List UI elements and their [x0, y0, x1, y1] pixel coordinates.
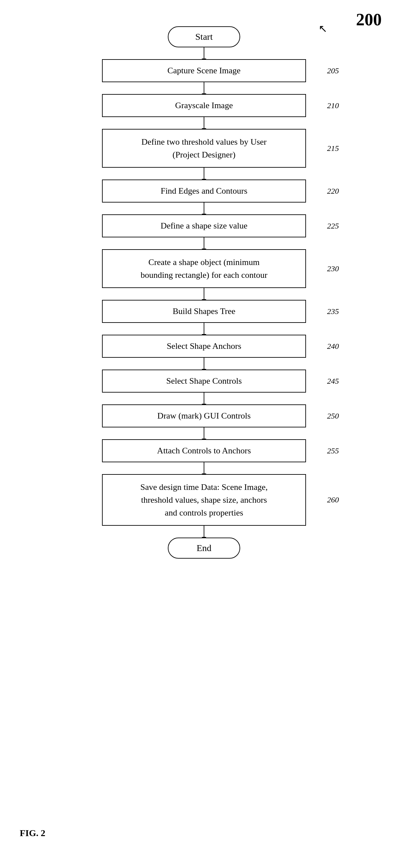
connector-2 — [204, 82, 204, 94]
connector-13 — [204, 526, 204, 537]
process-260: Save design time Data: Scene Image,thres… — [102, 474, 306, 526]
connector-5 — [204, 203, 204, 214]
step-label-210: 210 — [327, 101, 339, 110]
step-label-255: 255 — [327, 446, 339, 455]
step-row-225: Define a shape size value 225 — [0, 214, 408, 237]
connector-6 — [204, 237, 204, 249]
step-row-245: Select Shape Controls 245 — [0, 370, 408, 393]
step-label-215: 215 — [327, 144, 339, 153]
connector-1 — [204, 48, 204, 59]
process-220: Find Edges and Contours — [102, 180, 306, 203]
connector-4 — [204, 168, 204, 180]
connector-3 — [204, 117, 204, 129]
step-label-225: 225 — [327, 222, 339, 230]
step-label-205: 205 — [327, 66, 339, 75]
figure-label: FIG. 2 — [20, 828, 46, 838]
connector-11 — [204, 427, 204, 439]
end-row: End — [0, 537, 408, 559]
step-row-230: Create a shape object (minimumbounding r… — [0, 249, 408, 288]
end-node: End — [168, 537, 240, 559]
step-label-250: 250 — [327, 412, 339, 421]
step-label-220: 220 — [327, 187, 339, 196]
step-row-260: Save design time Data: Scene Image,thres… — [0, 474, 408, 526]
step-label-245: 245 — [327, 377, 339, 386]
connector-10 — [204, 393, 204, 404]
step-row-235: Build Shapes Tree 235 — [0, 300, 408, 323]
step-row-255: Attach Controls to Anchors 255 — [0, 439, 408, 462]
step-row-215: Define two threshold values by User(Proj… — [0, 129, 408, 168]
connector-9 — [204, 358, 204, 370]
process-245: Select Shape Controls — [102, 370, 306, 393]
process-230: Create a shape object (minimumbounding r… — [102, 249, 306, 288]
step-row-205: Capture Scene Image 205 — [0, 59, 408, 82]
start-row: Start — [0, 26, 408, 48]
connector-8 — [204, 323, 204, 335]
process-240: Select Shape Anchors — [102, 335, 306, 358]
process-255: Attach Controls to Anchors — [102, 439, 306, 462]
connector-7 — [204, 288, 204, 300]
start-node: Start — [168, 26, 240, 48]
connector-12 — [204, 462, 204, 474]
process-210: Grayscale Image — [102, 94, 306, 117]
process-205: Capture Scene Image — [102, 59, 306, 82]
step-row-210: Grayscale Image 210 — [0, 94, 408, 117]
process-235: Build Shapes Tree — [102, 300, 306, 323]
step-row-240: Select Shape Anchors 240 — [0, 335, 408, 358]
flow-wrapper: Start Capture Scene Image 205 Grayscale … — [0, 13, 408, 559]
step-label-260: 260 — [327, 495, 339, 504]
step-row-250: Draw (mark) GUI Controls 250 — [0, 404, 408, 427]
process-250: Draw (mark) GUI Controls — [102, 404, 306, 427]
step-label-240: 240 — [327, 342, 339, 351]
step-label-230: 230 — [327, 265, 339, 273]
process-225: Define a shape size value — [102, 214, 306, 237]
step-label-235: 235 — [327, 307, 339, 316]
diagram-container: 200 ↖ Start Capture Scene Image 205 Gray… — [0, 0, 408, 868]
process-215: Define two threshold values by User(Proj… — [102, 129, 306, 168]
step-row-220: Find Edges and Contours 220 — [0, 180, 408, 203]
